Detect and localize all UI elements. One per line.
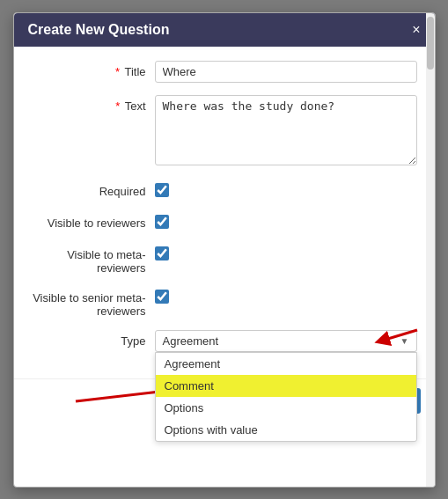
visible-reviewers-checkbox[interactable]: [155, 215, 169, 229]
title-label: * Title: [32, 61, 155, 78]
create-question-modal: Create New Question × * Title * Text: [13, 12, 436, 488]
visible-meta-checkbox-wrapper: [155, 244, 417, 263]
visible-senior-label: Visible to senior meta-reviewers: [32, 287, 155, 318]
text-label: * Text: [32, 95, 155, 113]
modal-body: * Title * Text Where was the study done?: [14, 47, 435, 378]
dropdown-item-agreement[interactable]: Agreement: [156, 353, 416, 375]
required-checkbox-wrapper: [155, 180, 417, 200]
modal-close-button[interactable]: ×: [412, 23, 420, 37]
visible-meta-checkbox[interactable]: [155, 246, 169, 261]
visible-reviewers-label: Visible to reviewers: [32, 212, 155, 230]
dropdown-item-comment[interactable]: Comment: [156, 375, 416, 397]
text-row: * Text Where was the study done?: [32, 95, 417, 168]
type-row: Type Agreement ▼ Agreement Comment Optio…: [32, 330, 417, 352]
type-label: Type: [32, 330, 155, 348]
scrollbar-thumb: [427, 17, 434, 70]
visible-senior-checkbox-wrapper: [155, 287, 417, 306]
type-select-wrapper: Agreement ▼ Agreement Comment Options Op…: [155, 330, 417, 352]
chevron-down-icon: ▼: [400, 336, 409, 346]
visible-reviewers-checkbox-wrapper: [155, 212, 417, 231]
type-select-value: Agreement: [163, 334, 219, 348]
modal-scrollbar[interactable]: [426, 13, 435, 487]
type-dropdown-menu: Agreement Comment Options Options with v…: [155, 352, 417, 442]
visible-senior-checkbox[interactable]: [155, 290, 169, 304]
required-row: Required: [32, 180, 417, 200]
type-select[interactable]: Agreement ▼: [155, 330, 417, 352]
visible-meta-row: Visible to meta-reviewers: [32, 244, 417, 275]
title-field-wrapper: [155, 61, 417, 83]
visible-meta-label: Visible to meta-reviewers: [32, 244, 155, 275]
dropdown-item-options-value[interactable]: Options with value: [156, 419, 416, 441]
title-input[interactable]: [155, 61, 417, 83]
title-row: * Title: [32, 61, 417, 83]
required-checkbox[interactable]: [155, 183, 169, 197]
modal-title: Create New Question: [28, 22, 170, 38]
text-field-wrapper: Where was the study done?: [155, 95, 417, 168]
text-textarea[interactable]: Where was the study done?: [155, 95, 417, 165]
type-field-wrapper: Agreement ▼ Agreement Comment Options Op…: [155, 330, 417, 352]
required-star: *: [115, 65, 120, 78]
visible-reviewers-row: Visible to reviewers: [32, 212, 417, 231]
visible-senior-row: Visible to senior meta-reviewers: [32, 287, 417, 318]
modal-header: Create New Question ×: [14, 13, 435, 47]
dropdown-item-options[interactable]: Options: [156, 397, 416, 419]
required-star-text: *: [115, 99, 120, 113]
required-label: Required: [32, 180, 155, 198]
modal-overlay: Create New Question × * Title * Text: [0, 0, 448, 499]
